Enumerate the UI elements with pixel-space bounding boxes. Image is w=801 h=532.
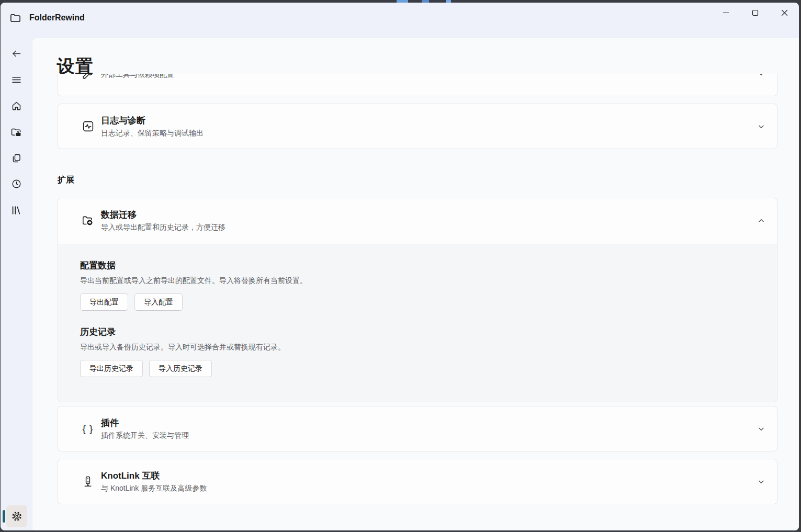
- card-subtitle: 导入或导出配置和历史记录，方便迁移: [101, 223, 225, 232]
- folder-briefcase-icon: [10, 127, 22, 138]
- config-data-description: 导出当前配置或导入之前导出的配置文件。导入将替换所有当前设置。: [80, 276, 755, 286]
- maximize-button[interactable]: [740, 3, 770, 22]
- close-icon: [781, 9, 788, 16]
- settings-page: 设置 外部工具与依赖项配置: [32, 38, 799, 530]
- sidebar-item-settings[interactable]: [6, 505, 27, 527]
- card-title: 数据迁移: [101, 209, 225, 221]
- close-button[interactable]: [770, 3, 799, 22]
- card-migration-body: 配置数据 导出当前配置或导入之前导出的配置文件。导入将替换所有当前设置。 导出配…: [58, 244, 777, 402]
- sidebar-item-menu[interactable]: [6, 69, 27, 90]
- folder-app-icon: [8, 11, 22, 25]
- chevron-down-icon: [757, 425, 765, 433]
- card-plugins: { } 插件 插件系统开关、安装与管理: [58, 406, 777, 451]
- titlebar: FolderRewind: [1, 3, 799, 36]
- card-external-tools-header[interactable]: 外部工具与依赖项配置: [58, 74, 777, 96]
- library-icon: [10, 205, 22, 216]
- card-subtitle: 日志记录、保留策略与调试输出: [101, 129, 204, 138]
- card-title: KnotLink 互联: [101, 470, 207, 482]
- partial-card-clip: 外部工具与依赖项配置: [58, 74, 777, 96]
- chevron-down-icon: [757, 122, 765, 131]
- card-migration-header[interactable]: 数据迁移 导入或导出配置和历史记录，方便迁移: [58, 198, 777, 243]
- card-title: 插件: [101, 417, 189, 429]
- app-identity: FolderRewind: [8, 11, 85, 25]
- chevron-down-icon: [757, 478, 765, 486]
- history-heading: 历史记录: [80, 326, 755, 338]
- clock-icon: [11, 178, 22, 189]
- card-external-tools: 外部工具与依赖项配置: [58, 74, 777, 96]
- section-header-extensions: 扩展: [58, 175, 74, 186]
- card-migration: 数据迁移 导入或导出配置和历史记录，方便迁移 配置数据 导出当前配置或导入之前导…: [58, 198, 777, 402]
- sidebar-item-back[interactable]: [6, 43, 27, 64]
- config-data-heading: 配置数据: [80, 259, 755, 271]
- card-logs-header[interactable]: 日志与诊断 日志记录、保留策略与调试输出: [58, 104, 777, 149]
- wrench-icon: [81, 74, 95, 81]
- copy-icon: [11, 153, 22, 164]
- folder-export-icon: [81, 214, 95, 228]
- card-logs: 日志与诊断 日志记录、保留策略与调试输出: [58, 104, 777, 149]
- sidebar-item-backup-jobs[interactable]: [6, 122, 27, 143]
- export-history-button[interactable]: 导出历史记录: [80, 360, 143, 377]
- sidebar-item-history[interactable]: [6, 173, 27, 194]
- maximize-icon: [752, 9, 759, 16]
- app-window: FolderRewind: [1, 3, 799, 530]
- window-controls: [711, 3, 799, 22]
- activity-icon: [81, 120, 95, 133]
- gear-icon: [11, 511, 22, 522]
- minimize-button[interactable]: [711, 3, 740, 22]
- import-history-button[interactable]: 导入历史记录: [149, 360, 212, 377]
- history-description: 导出或导入备份历史记录。导入时可选择合并或替换现有记录。: [80, 343, 755, 352]
- card-subtitle: 插件系统开关、安装与管理: [101, 431, 189, 440]
- card-knotlink-header[interactable]: KnotLink 互联 与 KnotLink 服务互联及高级参数: [58, 459, 777, 504]
- card-knotlink: KnotLink 互联 与 KnotLink 服务互联及高级参数: [58, 459, 777, 504]
- card-title: 日志与诊断: [101, 115, 204, 127]
- sidebar-nav: [1, 36, 32, 530]
- sidebar-item-library[interactable]: [6, 200, 27, 221]
- sidebar-item-home[interactable]: [6, 95, 27, 116]
- card-subtitle: 外部工具与依赖项配置: [101, 74, 174, 80]
- chevron-down-icon: [757, 74, 765, 78]
- app-title: FolderRewind: [29, 13, 85, 22]
- arrow-left-icon: [11, 48, 22, 59]
- history-buttons-row: 导出历史记录 导入历史记录: [80, 360, 755, 377]
- server-link-icon: [81, 475, 95, 489]
- sidebar-item-copies[interactable]: [6, 148, 27, 168]
- chevron-up-icon: [757, 217, 765, 225]
- minimize-icon: [723, 9, 729, 16]
- config-buttons-row: 导出配置 导入配置: [80, 293, 755, 311]
- braces-icon: { }: [81, 422, 95, 436]
- import-config-button[interactable]: 导入配置: [134, 293, 183, 311]
- active-nav-indicator: [3, 510, 5, 523]
- export-config-button[interactable]: 导出配置: [80, 293, 128, 311]
- hamburger-icon: [11, 74, 22, 85]
- card-subtitle: 与 KnotLink 服务互联及高级参数: [101, 484, 207, 493]
- home-icon: [11, 100, 22, 111]
- card-plugins-header[interactable]: { } 插件 插件系统开关、安装与管理: [58, 406, 777, 451]
